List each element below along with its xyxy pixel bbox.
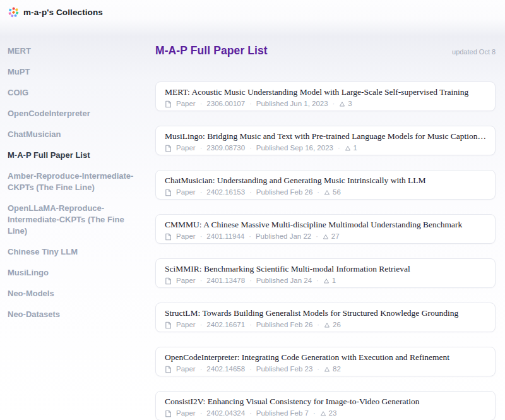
paper-meta: Paper · 2306.00107 · Published Jun 1, 20…	[165, 100, 486, 108]
upvote-count: 82	[333, 365, 341, 373]
sidebar-item-label: COIG	[8, 88, 28, 97]
document-icon	[165, 366, 172, 373]
separator-dot: ·	[249, 232, 251, 241]
sidebar-item[interactable]: Neo-Datasets	[8, 309, 141, 320]
paper-card[interactable]: StructLM: Towards Building Generalist Mo…	[155, 303, 496, 332]
upvote-triangle-icon	[324, 366, 330, 373]
upvote-count: 26	[333, 321, 341, 329]
separator-dot: ·	[333, 100, 335, 108]
upvote-triangle-icon	[339, 101, 345, 107]
arxiv-id: 2402.14658	[206, 365, 245, 373]
paper-title: MERT: Acoustic Music Understanding Model…	[165, 87, 486, 97]
paper-title: ConsistI2V: Enhancing Visual Consistency…	[165, 396, 486, 407]
separator-dot: ·	[249, 321, 252, 329]
upvote-triangle-icon	[323, 278, 330, 284]
upvote-count: 1	[354, 144, 357, 152]
document-icon	[165, 189, 172, 196]
sidebar-item[interactable]: ChatMusician	[8, 129, 141, 140]
paper-list: MERT: Acoustic Music Understanding Model…	[155, 81, 496, 420]
paper-card[interactable]: ChatMusician: Understanding and Generati…	[155, 170, 496, 200]
sidebar-item[interactable]: COIG	[8, 87, 141, 99]
published-date: Published Sep 16, 2023	[256, 144, 333, 152]
document-icon	[165, 100, 172, 108]
upvote-triangle-icon	[324, 189, 330, 196]
paper-meta: Paper · 2402.16671 · Published Feb 26 ·	[165, 321, 486, 329]
separator-dot: ·	[200, 365, 203, 373]
paper-card[interactable]: SciMMIR: Benchmarking Scientific Multi-m…	[155, 258, 496, 288]
sidebar-item[interactable]: Chinese Tiny LLM	[8, 246, 141, 258]
sidebar-item[interactable]: Neo-Models	[8, 288, 141, 299]
upvote-group: 3	[339, 100, 352, 108]
sidebar-item-label: Neo-Datasets	[8, 309, 60, 319]
separator-dot: ·	[338, 144, 340, 152]
sidebar-item-label: ChatMusician	[8, 129, 61, 139]
paper-card[interactable]: OpenCodeInterpreter: Integrating Code Ge…	[155, 347, 496, 376]
sidebar-item[interactable]: OpenLLaMA-Reproduce-Intermediate-CKPTs (…	[8, 203, 141, 237]
document-icon	[165, 145, 172, 152]
upvote-triangle-icon	[323, 234, 329, 240]
paper-card[interactable]: MERT: Acoustic Music Understanding Model…	[155, 81, 496, 111]
separator-dot: ·	[313, 409, 316, 417]
sidebar-item[interactable]: MusiLingo	[8, 267, 141, 279]
separator-dot: ·	[200, 277, 203, 285]
layout: MERT MuPT COIG OpenCodeInterpreter ChatM…	[0, 21, 505, 420]
paper-type-label: Paper	[176, 100, 196, 108]
paper-card[interactable]: ConsistI2V: Enhancing Visual Consistency…	[155, 391, 496, 420]
paper-meta: Paper · 2402.04324 · Published Feb 7 ·	[165, 409, 486, 417]
upvote-group: 27	[323, 232, 340, 241]
paper-meta: Paper · 2402.16153 · Published Feb 26 ·	[165, 188, 486, 196]
upvote-count: 27	[331, 232, 340, 241]
separator-dot: ·	[249, 188, 252, 196]
sidebar-item[interactable]: OpenCodeInterpreter	[8, 108, 141, 119]
upvote-triangle-icon	[345, 145, 351, 152]
paper-type-label: Paper	[176, 365, 196, 373]
paper-meta: Paper · 2309.08730 · Published Sep 16, 2…	[165, 144, 486, 152]
separator-dot: ·	[249, 277, 252, 285]
sidebar-item-label: Neo-Models	[8, 289, 54, 298]
paper-card[interactable]: MusiLingo: Bridging Music and Text with …	[155, 126, 496, 155]
collection-header: M-A-P Full Paper List updated Oct 8	[155, 44, 496, 57]
collections-page: m-a-p's Collections MERT MuPT COIG OpenC…	[0, 0, 505, 420]
paper-type-label: Paper	[176, 321, 196, 329]
upvote-group: 26	[324, 321, 341, 329]
arxiv-id: 2306.00107	[206, 100, 245, 108]
paper-title: SciMMIR: Benchmarking Scientific Multi-m…	[165, 263, 486, 274]
upvote-count: 56	[333, 188, 341, 196]
paper-title: MusiLingo: Bridging Music and Text with …	[165, 131, 486, 141]
separator-dot: ·	[200, 144, 203, 152]
page-header: m-a-p's Collections	[0, 0, 505, 21]
sidebar-item[interactable]: MuPT	[8, 66, 141, 78]
upvote-group: 1	[323, 277, 336, 285]
org-avatar[interactable]	[8, 7, 19, 18]
sidebar-item-label: Amber-Reproduce-Intermediate-CKPTs (The …	[8, 171, 133, 192]
paper-meta: Paper · 2401.13478 · Published Jan 24 ·	[165, 277, 486, 285]
paper-type-label: Paper	[176, 144, 196, 152]
separator-dot: ·	[316, 277, 319, 285]
published-date: Published Jan 22	[256, 232, 311, 241]
colorful-pinwheel-icon	[8, 7, 19, 18]
page-title[interactable]: m-a-p's Collections	[23, 8, 103, 17]
document-icon	[165, 321, 172, 329]
sidebar-item[interactable]: Amber-Reproduce-Intermediate-CKPTs (The …	[8, 171, 141, 193]
paper-title: OpenCodeInterpreter: Integrating Code Ge…	[165, 352, 486, 363]
arxiv-id: 2309.08730	[206, 144, 245, 152]
upvote-group: 56	[324, 188, 341, 196]
arxiv-id: 2402.04324	[206, 409, 245, 417]
paper-card[interactable]: CMMMU: A Chinese Massive Multi-disciplin…	[155, 214, 496, 244]
sidebar-item-label: MERT	[8, 46, 31, 56]
separator-dot: ·	[249, 409, 252, 417]
sidebar-item-label: MusiLingo	[8, 268, 49, 277]
sidebar-item[interactable]: MERT	[8, 45, 141, 57]
arxiv-id: 2402.16153	[206, 188, 245, 196]
separator-dot: ·	[200, 232, 203, 241]
separator-dot: ·	[200, 188, 203, 196]
document-icon	[165, 410, 172, 417]
paper-type-label: Paper	[176, 232, 196, 241]
separator-dot: ·	[316, 232, 318, 241]
paper-type-label: Paper	[176, 277, 196, 285]
paper-title: CMMMU: A Chinese Massive Multi-disciplin…	[165, 219, 486, 230]
sidebar-item-label: M-A-P Full Paper List	[8, 150, 90, 160]
sidebar-item[interactable]: M-A-P Full Paper List	[8, 150, 141, 161]
separator-dot: ·	[200, 321, 203, 329]
published-date: Published Feb 26	[256, 321, 313, 329]
